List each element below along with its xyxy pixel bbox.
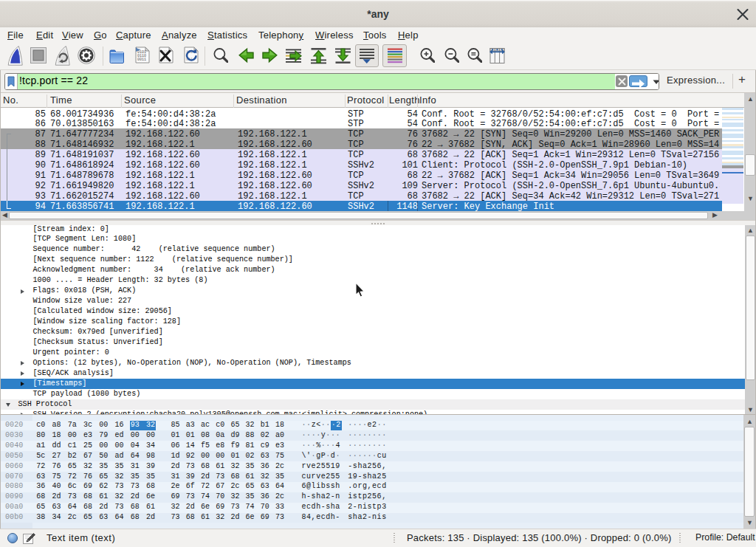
svg-text:0011: 0011: [137, 58, 146, 62]
